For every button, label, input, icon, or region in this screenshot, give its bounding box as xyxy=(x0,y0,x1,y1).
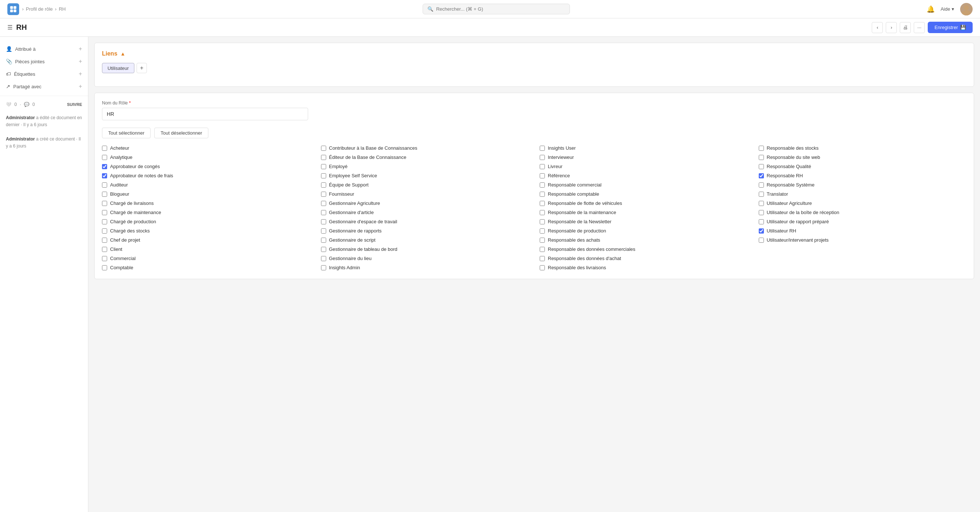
checkbox-blogueur[interactable] xyxy=(102,192,107,197)
search-box[interactable]: 🔍 xyxy=(423,4,570,14)
page-header-left: ☰ RH xyxy=(7,23,27,32)
checkbox-gestionnaire-du-lieu[interactable] xyxy=(321,256,326,261)
search-input[interactable] xyxy=(436,6,565,12)
checkbox-chargé-de-production[interactable] xyxy=(102,219,107,224)
checkbox-approbateur-de-notes-de-frais[interactable] xyxy=(102,173,107,178)
tab-add-button[interactable]: + xyxy=(137,63,147,73)
list-item: Translator xyxy=(759,190,967,198)
app-logo[interactable] xyxy=(7,3,19,15)
role-name-input[interactable] xyxy=(102,108,308,120)
checkbox-responsable-comptable[interactable] xyxy=(540,192,545,197)
breadcrumb-profil[interactable]: Profil de rôle xyxy=(26,6,52,12)
checkbox-acheteur[interactable] xyxy=(102,146,107,151)
checkbox-responsable-de-production[interactable] xyxy=(540,228,545,233)
help-button[interactable]: Aide ▾ xyxy=(940,6,954,12)
list-item: Responsable de production xyxy=(540,227,748,235)
checkbox-analytique[interactable] xyxy=(102,155,107,160)
checkbox-insights-user[interactable] xyxy=(540,146,545,151)
bell-icon[interactable]: 🔔 xyxy=(927,5,935,13)
search-container: 🔍 xyxy=(423,4,570,14)
tabs-row: Utilisateur + xyxy=(102,63,966,73)
select-all-button[interactable]: Tout sélectionner xyxy=(102,128,151,138)
checkbox-translator[interactable] xyxy=(759,192,764,197)
partage-add-icon[interactable]: + xyxy=(79,83,82,90)
checkbox-gestionnaire-de-script[interactable] xyxy=(321,238,326,243)
sidebar-item-etiquettes[interactable]: 🏷 Étiquettes + xyxy=(0,68,88,80)
sidebar-item-partage[interactable]: ↗ Partagé avec + xyxy=(0,80,88,93)
next-button[interactable]: › xyxy=(886,22,897,33)
checkboxes-grid: AcheteurAnalytiqueApprobateur de congésA… xyxy=(102,144,966,271)
checkbox-gestionnaire-de-rapports[interactable] xyxy=(321,228,326,233)
list-item: Insights User xyxy=(540,144,748,152)
print-button[interactable]: 🖨 xyxy=(900,22,911,33)
checkbox-responsable-de-la-newsletter[interactable] xyxy=(540,219,545,224)
checkbox-employee-self-service[interactable] xyxy=(321,173,326,178)
checkbox-livreur[interactable] xyxy=(540,164,545,169)
role-name-field: Nom du Rôle * xyxy=(102,100,966,120)
checkbox-chargé-des-stocks[interactable] xyxy=(102,228,107,233)
checkbox-responsable-commercial[interactable] xyxy=(540,182,545,188)
list-item: Livreur xyxy=(540,163,748,170)
checkbox-client[interactable] xyxy=(102,247,107,252)
checkbox-responsable-des-données-d'achat[interactable] xyxy=(540,256,545,261)
checkbox-utilisateur/intervenant-projets[interactable] xyxy=(759,238,764,243)
list-item: Gestionnaire d'article xyxy=(321,209,529,216)
checkbox-responsable-du-site-web[interactable] xyxy=(759,155,764,160)
checkbox-auditeur[interactable] xyxy=(102,182,107,188)
chevron-up-icon[interactable]: ▲ xyxy=(120,51,126,57)
sidebar-item-pieces[interactable]: 📎 Pièces jointes + xyxy=(0,55,88,68)
breadcrumb-sep: › xyxy=(55,6,56,12)
list-item: Comptable xyxy=(102,264,310,271)
checkbox-responsable-de-la-maintenance[interactable] xyxy=(540,210,545,215)
hamburger-icon[interactable]: ☰ xyxy=(7,24,13,31)
checkbox-responsable-qualité[interactable] xyxy=(759,164,764,169)
checkbox-gestionnaire-agriculture[interactable] xyxy=(321,201,326,206)
checkbox-chargé-de-maintenance[interactable] xyxy=(102,210,107,215)
deselect-all-button[interactable]: Tout déselectionner xyxy=(154,128,208,138)
checkbox-responsable-des-données-commerciales[interactable] xyxy=(540,247,545,252)
checkbox-utilisateur-rh[interactable] xyxy=(759,228,764,233)
checkbox-contributeur-à-la-base-de-connaissances[interactable] xyxy=(321,146,326,151)
sidebar-item-attribue[interactable]: 👤 Attribué à + xyxy=(0,43,88,55)
action-row: Tout sélectionner Tout déselectionner xyxy=(102,128,966,138)
checkbox-responsable-des-achats[interactable] xyxy=(540,238,545,243)
etiquettes-add-icon[interactable]: + xyxy=(79,71,82,77)
tab-utilisateur[interactable]: Utilisateur xyxy=(102,63,134,73)
checkbox-gestionnaire-d'espace-de-travail[interactable] xyxy=(321,219,326,224)
save-button[interactable]: Enregistrer 💾 xyxy=(928,22,973,33)
checkbox-éditeur-de-la-base-de-connaissance[interactable] xyxy=(321,155,326,160)
avatar[interactable] xyxy=(960,3,973,16)
checkbox-équipe-de-support[interactable] xyxy=(321,182,326,188)
checkbox-employé[interactable] xyxy=(321,164,326,169)
checkbox-chargé-de-livraisons[interactable] xyxy=(102,201,107,206)
list-item: Responsable des stocks xyxy=(759,144,967,152)
checkbox-responsable-de-flotte-de-véhicules[interactable] xyxy=(540,201,545,206)
checkbox-intervieweur[interactable] xyxy=(540,155,545,160)
checkbox-responsable-des-livraisons[interactable] xyxy=(540,265,545,270)
checkbox-comptable[interactable] xyxy=(102,265,107,270)
pieces-add-icon[interactable]: + xyxy=(79,58,82,65)
checkbox-insights-admin[interactable] xyxy=(321,265,326,270)
prev-button[interactable]: ‹ xyxy=(872,22,883,33)
checkbox-utilisateur-agriculture[interactable] xyxy=(759,201,764,206)
checkbox-chef-de-projet[interactable] xyxy=(102,238,107,243)
checkbox-gestionnaire-d'article[interactable] xyxy=(321,210,326,215)
save-label: Enregistrer xyxy=(934,25,958,30)
attribue-add-icon[interactable]: + xyxy=(79,46,82,52)
follow-button[interactable]: SUIVRE xyxy=(67,102,82,107)
checkbox-responsable-des-stocks[interactable] xyxy=(759,146,764,151)
checkbox-utilisateur-de-la-boîte-de-réception[interactable] xyxy=(759,210,764,215)
checkbox-approbateur-de-congés[interactable] xyxy=(102,164,107,169)
pieces-icon: 📎 xyxy=(6,59,12,64)
list-item: Contributeur à la Base de Connaissances xyxy=(321,144,529,152)
checkbox-responsable-rh[interactable] xyxy=(759,173,764,178)
main-layout: 👤 Attribué à + 📎 Pièces jointes + 🏷 Étiq… xyxy=(0,37,980,512)
checkbox-utilisateur-de-rapport-préparé[interactable] xyxy=(759,219,764,224)
checkbox-référence[interactable] xyxy=(540,173,545,178)
breadcrumb-rh[interactable]: RH xyxy=(59,6,66,12)
checkbox-responsable-système[interactable] xyxy=(759,182,764,188)
checkbox-gestionnaire-de-tableau-de-bord[interactable] xyxy=(321,247,326,252)
checkbox-commercial[interactable] xyxy=(102,256,107,261)
checkbox-fournisseur[interactable] xyxy=(321,192,326,197)
more-button[interactable]: ··· xyxy=(914,22,925,33)
